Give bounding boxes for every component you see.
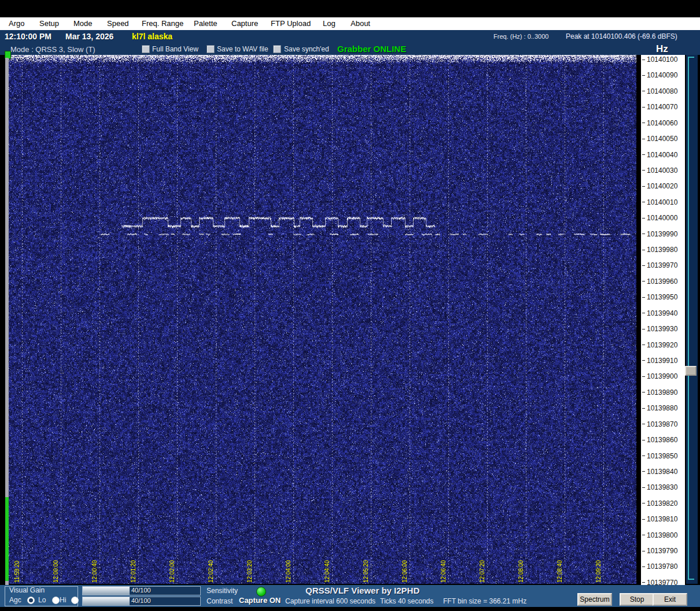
freq-tick-mark [642, 170, 645, 171]
freq-scale-row: 10139900 [641, 372, 677, 380]
freq-scale-row: 10140020 [641, 182, 677, 190]
freq-scale-row: 10140010 [641, 198, 677, 206]
menu-item-argo[interactable]: Argo [9, 19, 24, 28]
freq-tick-mark [642, 440, 645, 440]
freq-label: 10139880 [647, 404, 677, 412]
menu-item-ftp-upload[interactable]: FTP Upload [271, 19, 311, 28]
freq-label: 10139870 [647, 420, 677, 428]
slider-thumb[interactable] [685, 366, 697, 376]
menu-item-setup[interactable]: Setup [39, 19, 59, 28]
spectrum-button[interactable]: Spectrum [577, 593, 612, 606]
menu-bar: ArgoSetupModeSpeedFreq. RangePaletteCapt… [0, 17, 700, 30]
radio-agc[interactable] [27, 597, 35, 604]
freq-scale-row: 10139990 [641, 230, 677, 238]
time-label: 12:00:40 [91, 549, 99, 583]
freq-scale-row: 10139920 [641, 341, 677, 349]
menu-item-log[interactable]: Log [323, 19, 336, 28]
radio-hi[interactable] [71, 597, 79, 604]
freq-scale-row: 10140030 [641, 166, 677, 175]
time-label: 12:05:20 [362, 549, 370, 583]
freq-label: 10139780 [647, 562, 677, 571]
info-bar: 12:10:00 PM Mar 13, 2026 kl7l alaska Fre… [0, 30, 700, 43]
freq-tick-mark [642, 297, 645, 298]
freq-label: 10139910 [647, 357, 677, 365]
freq-scale-row: 10140080 [641, 87, 677, 95]
freq-tick-mark [642, 60, 645, 60]
freq-label: 10139970 [647, 261, 677, 269]
freq-scale-row: 10139780 [641, 562, 677, 571]
freq-label: 10139960 [647, 277, 677, 286]
freq-label: 10139940 [647, 309, 677, 317]
freq-scale-row: 10139950 [641, 293, 677, 301]
freq-scale-row: 10139810 [641, 515, 677, 523]
freq-tick-mark [642, 75, 645, 76]
menu-item-capture[interactable]: Capture [231, 19, 258, 28]
freq-tick-mark [642, 471, 645, 472]
contrast-slider[interactable]: 40/100 [82, 597, 201, 606]
freq-label: 10139820 [647, 499, 677, 508]
time-label: 12:06:00 [401, 549, 409, 583]
menu-item-palette[interactable]: Palette [194, 19, 217, 28]
freq-label: 10139800 [647, 531, 677, 539]
app-title: QRSS/VLF Viewer by I2PHD [305, 586, 419, 595]
freq-scale-row: 10139800 [641, 531, 677, 539]
freq-scale-row: 10139840 [641, 468, 677, 476]
freq-label: 10140060 [647, 119, 677, 127]
menu-item-speed[interactable]: Speed [107, 19, 129, 28]
freq-tick-mark [642, 582, 645, 583]
freq-label: 10139920 [647, 341, 677, 349]
freq-scale-row: 10139830 [641, 483, 677, 491]
line-progress-fill [5, 497, 9, 581]
menu-item-freq-range[interactable]: Freq. Range [142, 19, 183, 28]
slider-value: 40/100 [131, 597, 151, 604]
ticks-label: Ticks 40 seconds [380, 597, 433, 605]
time-label: 12:07:20 [478, 549, 487, 583]
freq-tick-mark [642, 202, 645, 202]
freq-scale-row: 10139930 [641, 325, 677, 333]
frequency-slider[interactable] [686, 55, 698, 584]
checkbox-save-synch-ed[interactable] [273, 45, 281, 53]
freq-label: 10140080 [647, 87, 677, 95]
time-label: 12:06:40 [440, 549, 448, 583]
freq-label: 10139790 [647, 547, 677, 555]
freq-label: 10139850 [647, 452, 677, 460]
fft-bin-label: FFT bin size = 366.21 mHz [443, 597, 526, 605]
freq-scale-row: 10140090 [641, 71, 677, 79]
freq-label: 10139890 [647, 388, 677, 397]
freq-scale-row: 10139790 [641, 547, 677, 555]
freq-tick-mark [642, 107, 645, 108]
freq-scale-row: 10140060 [641, 119, 677, 127]
freq-tick-mark [642, 503, 645, 503]
freq-scale-row: 10140100 [641, 55, 677, 64]
time-label: 12:01:20 [130, 549, 138, 583]
freq-scale-row: 10139980 [641, 246, 677, 254]
freq-label: 10140050 [647, 135, 677, 143]
clock: 12:10:00 PM [5, 32, 51, 41]
menu-item-about[interactable]: About [351, 19, 370, 28]
time-label: 12:02:40 [207, 549, 215, 583]
freq-label: 10139830 [647, 483, 677, 491]
freq-tick-mark [642, 487, 645, 488]
sensitivity-slider[interactable]: 40/100 [82, 586, 201, 595]
slider-track-line [688, 57, 689, 580]
time-label: 12:04:00 [285, 549, 293, 583]
callsign: kl7l alaska [132, 32, 172, 41]
stop-button[interactable]: Stop [620, 593, 654, 606]
freq-scale-row: 10139890 [641, 388, 677, 397]
time-label: 12:00:00 [52, 549, 60, 583]
freq-label: 10139980 [647, 246, 677, 254]
freq-tick-mark [642, 329, 645, 329]
radio-lo[interactable] [52, 597, 60, 604]
checkbox-full-band-view[interactable] [142, 45, 150, 53]
checkbox-save-to-wav-file[interactable] [207, 45, 215, 53]
exit-button[interactable]: Exit [653, 593, 687, 606]
slider-track-bottom [688, 579, 694, 580]
checkbox-label: Full Band View [152, 45, 198, 53]
menu-item-mode[interactable]: Mode [73, 19, 93, 28]
freq-scale-row: 10139940 [641, 309, 677, 317]
freq-tick-mark [642, 234, 645, 234]
freq-tick-mark [642, 139, 645, 139]
time-label: 12:02:00 [168, 549, 176, 583]
checkbox-label: Save synch'ed [284, 45, 329, 53]
freq-label: 10140020 [647, 182, 677, 190]
